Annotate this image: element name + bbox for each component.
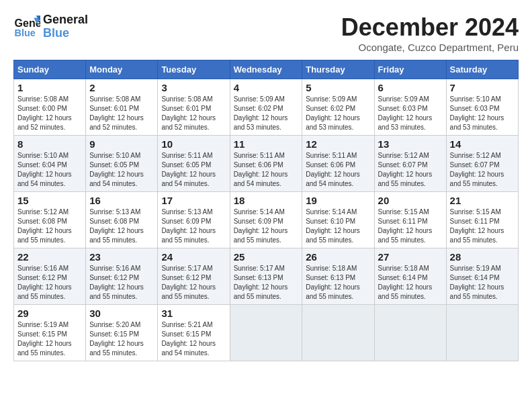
calendar-week-1: 1 Sunrise: 5:08 AM Sunset: 6:00 PM Dayli…: [14, 79, 519, 136]
day-number: 5: [306, 82, 370, 93]
calendar-cell: 11 Sunrise: 5:11 AM Sunset: 6:06 PM Dayl…: [230, 136, 302, 192]
day-info: Sunrise: 5:14 AM Sunset: 6:09 PM Dayligh…: [234, 208, 299, 245]
day-info: Sunrise: 5:10 AM Sunset: 6:04 PM Dayligh…: [17, 151, 82, 189]
calendar-week-4: 22 Sunrise: 5:16 AM Sunset: 6:12 PM Dayl…: [14, 248, 519, 305]
calendar-cell: 25 Sunrise: 5:17 AM Sunset: 6:13 PM Dayl…: [230, 248, 302, 305]
day-number: 20: [378, 195, 443, 206]
day-number: 29: [17, 308, 82, 319]
calendar-cell: 14 Sunrise: 5:12 AM Sunset: 6:07 PM Dayl…: [446, 136, 518, 192]
month-title: December 2024: [341, 13, 519, 42]
logo-blue: Blue: [43, 27, 88, 40]
day-number: 30: [89, 308, 154, 319]
day-info: Sunrise: 5:10 AM Sunset: 6:05 PM Dayligh…: [89, 151, 154, 189]
day-info: Sunrise: 5:20 AM Sunset: 6:15 PM Dayligh…: [89, 320, 154, 358]
day-info: Sunrise: 5:12 AM Sunset: 6:07 PM Dayligh…: [450, 151, 515, 189]
calendar-cell: 15 Sunrise: 5:12 AM Sunset: 6:08 PM Dayl…: [14, 192, 86, 248]
svg-text:Blue: Blue: [15, 28, 36, 38]
day-info: Sunrise: 5:09 AM Sunset: 6:03 PM Dayligh…: [378, 95, 443, 132]
calendar-cell: 9 Sunrise: 5:10 AM Sunset: 6:05 PM Dayli…: [86, 136, 158, 192]
day-number: 22: [17, 251, 82, 263]
day-number: 3: [161, 82, 226, 93]
day-info: Sunrise: 5:08 AM Sunset: 6:01 PM Dayligh…: [161, 95, 226, 132]
day-number: 21: [450, 195, 515, 206]
logo-general: General: [43, 13, 88, 27]
calendar-cell: [446, 305, 518, 361]
calendar-cell: 17 Sunrise: 5:13 AM Sunset: 6:09 PM Dayl…: [158, 192, 230, 248]
calendar-cell: 26 Sunrise: 5:18 AM Sunset: 6:13 PM Dayl…: [302, 248, 374, 305]
day-info: Sunrise: 5:12 AM Sunset: 6:07 PM Dayligh…: [378, 151, 443, 189]
calendar-cell: 18 Sunrise: 5:14 AM Sunset: 6:09 PM Dayl…: [230, 192, 302, 248]
day-number: 27: [378, 251, 443, 263]
day-info: Sunrise: 5:08 AM Sunset: 6:00 PM Dayligh…: [17, 95, 82, 132]
weekday-header-tuesday: Tuesday: [158, 60, 230, 79]
day-info: Sunrise: 5:11 AM Sunset: 6:06 PM Dayligh…: [306, 151, 370, 189]
day-number: 13: [378, 138, 443, 150]
day-number: 1: [17, 82, 82, 93]
calendar-cell: 2 Sunrise: 5:08 AM Sunset: 6:01 PM Dayli…: [86, 79, 158, 136]
calendar-cell: 4 Sunrise: 5:09 AM Sunset: 6:02 PM Dayli…: [230, 79, 302, 136]
calendar-cell: 30 Sunrise: 5:20 AM Sunset: 6:15 PM Dayl…: [86, 305, 158, 361]
calendar-cell: 10 Sunrise: 5:11 AM Sunset: 6:05 PM Dayl…: [158, 136, 230, 192]
calendar-week-5: 29 Sunrise: 5:19 AM Sunset: 6:15 PM Dayl…: [14, 305, 519, 361]
calendar-cell: 28 Sunrise: 5:19 AM Sunset: 6:14 PM Dayl…: [446, 248, 518, 305]
calendar-cell: 8 Sunrise: 5:10 AM Sunset: 6:04 PM Dayli…: [14, 136, 86, 192]
day-info: Sunrise: 5:18 AM Sunset: 6:13 PM Dayligh…: [306, 264, 370, 302]
subtitle: Ocongate, Cuzco Department, Peru: [341, 42, 519, 53]
calendar-cell: 31 Sunrise: 5:21 AM Sunset: 6:15 PM Dayl…: [158, 305, 230, 361]
day-info: Sunrise: 5:15 AM Sunset: 6:11 PM Dayligh…: [450, 208, 515, 245]
header: General Blue General Blue December 2024 …: [13, 13, 519, 53]
calendar-cell: 16 Sunrise: 5:13 AM Sunset: 6:08 PM Dayl…: [86, 192, 158, 248]
day-info: Sunrise: 5:17 AM Sunset: 6:12 PM Dayligh…: [161, 264, 226, 302]
calendar-cell: 22 Sunrise: 5:16 AM Sunset: 6:12 PM Dayl…: [14, 248, 86, 305]
day-number: 6: [378, 82, 443, 93]
day-info: Sunrise: 5:13 AM Sunset: 6:09 PM Dayligh…: [161, 208, 226, 245]
day-number: 9: [89, 138, 154, 150]
calendar-cell: 12 Sunrise: 5:11 AM Sunset: 6:06 PM Dayl…: [302, 136, 374, 192]
day-number: 2: [89, 82, 154, 93]
day-number: 17: [161, 195, 226, 206]
day-number: 25: [234, 251, 299, 263]
day-info: Sunrise: 5:08 AM Sunset: 6:01 PM Dayligh…: [89, 95, 154, 132]
day-number: 15: [17, 195, 82, 206]
day-number: 4: [234, 82, 299, 93]
day-number: 8: [17, 138, 82, 150]
calendar-cell: 24 Sunrise: 5:17 AM Sunset: 6:12 PM Dayl…: [158, 248, 230, 305]
day-number: 26: [306, 251, 370, 263]
day-info: Sunrise: 5:09 AM Sunset: 6:02 PM Dayligh…: [234, 95, 299, 132]
day-number: 10: [161, 138, 226, 150]
day-number: 28: [450, 251, 515, 263]
day-number: 7: [450, 82, 515, 93]
day-info: Sunrise: 5:14 AM Sunset: 6:10 PM Dayligh…: [306, 208, 370, 245]
calendar-week-3: 15 Sunrise: 5:12 AM Sunset: 6:08 PM Dayl…: [14, 192, 519, 248]
day-info: Sunrise: 5:13 AM Sunset: 6:08 PM Dayligh…: [89, 208, 154, 245]
weekday-header-sunday: Sunday: [14, 60, 86, 79]
weekday-header-wednesday: Wednesday: [230, 60, 302, 79]
calendar-cell: 5 Sunrise: 5:09 AM Sunset: 6:02 PM Dayli…: [302, 79, 374, 136]
day-info: Sunrise: 5:16 AM Sunset: 6:12 PM Dayligh…: [89, 264, 154, 302]
calendar-cell: 23 Sunrise: 5:16 AM Sunset: 6:12 PM Dayl…: [86, 248, 158, 305]
calendar-table: SundayMondayTuesdayWednesdayThursdayFrid…: [13, 60, 519, 361]
title-section: December 2024 Ocongate, Cuzco Department…: [341, 13, 519, 53]
calendar-cell: 20 Sunrise: 5:15 AM Sunset: 6:11 PM Dayl…: [374, 192, 446, 248]
calendar-week-2: 8 Sunrise: 5:10 AM Sunset: 6:04 PM Dayli…: [14, 136, 519, 192]
weekday-header-saturday: Saturday: [446, 60, 518, 79]
weekday-header-monday: Monday: [86, 60, 158, 79]
day-number: 19: [306, 195, 370, 206]
day-info: Sunrise: 5:15 AM Sunset: 6:11 PM Dayligh…: [378, 208, 443, 245]
day-info: Sunrise: 5:19 AM Sunset: 6:15 PM Dayligh…: [17, 320, 82, 358]
day-info: Sunrise: 5:18 AM Sunset: 6:14 PM Dayligh…: [378, 264, 443, 302]
day-info: Sunrise: 5:16 AM Sunset: 6:12 PM Dayligh…: [17, 264, 82, 302]
weekday-header-friday: Friday: [374, 60, 446, 79]
day-number: 31: [161, 308, 226, 319]
day-info: Sunrise: 5:19 AM Sunset: 6:14 PM Dayligh…: [450, 264, 515, 302]
calendar-cell: [230, 305, 302, 361]
weekday-header-thursday: Thursday: [302, 60, 374, 79]
day-info: Sunrise: 5:11 AM Sunset: 6:06 PM Dayligh…: [234, 151, 299, 189]
calendar-cell: 13 Sunrise: 5:12 AM Sunset: 6:07 PM Dayl…: [374, 136, 446, 192]
weekday-header-row: SundayMondayTuesdayWednesdayThursdayFrid…: [14, 60, 519, 79]
calendar-cell: 1 Sunrise: 5:08 AM Sunset: 6:00 PM Dayli…: [14, 79, 86, 136]
day-number: 14: [450, 138, 515, 150]
day-info: Sunrise: 5:10 AM Sunset: 6:03 PM Dayligh…: [450, 95, 515, 132]
calendar-cell: 27 Sunrise: 5:18 AM Sunset: 6:14 PM Dayl…: [374, 248, 446, 305]
calendar-cell: 3 Sunrise: 5:08 AM Sunset: 6:01 PM Dayli…: [158, 79, 230, 136]
